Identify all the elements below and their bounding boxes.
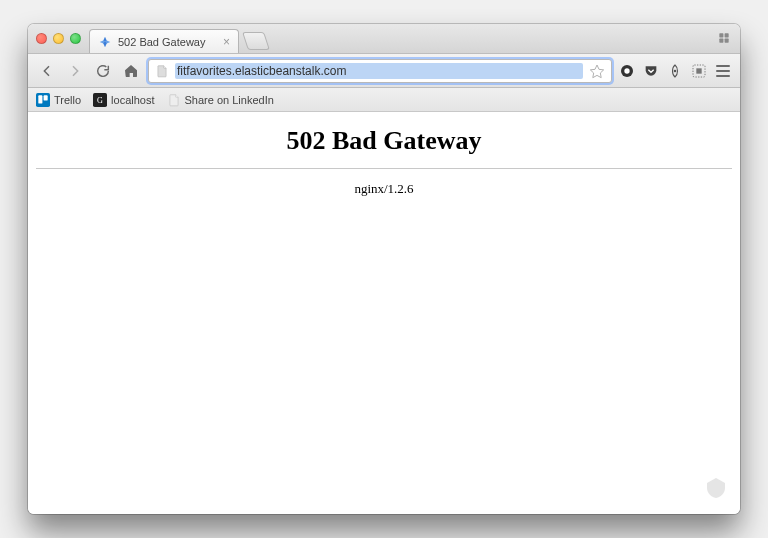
zoom-window-button[interactable] [70,33,81,44]
extension-icon-3[interactable] [666,62,684,80]
svg-rect-6 [719,39,723,43]
home-button[interactable] [120,60,142,82]
bookmark-star-icon[interactable] [589,63,605,79]
new-tab-button[interactable] [242,32,270,50]
tab-title: 502 Bad Gateway [118,36,205,48]
reload-button[interactable] [92,60,114,82]
forward-button[interactable] [64,60,86,82]
back-button[interactable] [36,60,58,82]
bookmark-label: Share on LinkedIn [185,94,274,106]
extension-icon-4[interactable] [690,62,708,80]
bookmark-localhost[interactable]: G localhost [93,93,154,107]
window-expand-icon[interactable] [716,30,732,46]
server-line: nginx/1.2.6 [28,181,740,197]
bookmark-label: localhost [111,94,154,106]
svg-rect-14 [36,93,50,107]
error-heading: 502 Bad Gateway [28,126,740,156]
chrome-menu-button[interactable] [714,62,732,80]
pocket-icon[interactable] [642,62,660,80]
svg-point-10 [624,68,629,73]
svg-rect-5 [725,33,729,37]
svg-marker-8 [590,65,603,78]
close-window-button[interactable] [36,33,47,44]
nav-toolbar: fitfavorites.elasticbeanstalk.com [28,54,740,88]
svg-rect-16 [44,95,48,100]
tab-close-icon[interactable]: × [223,35,230,49]
favicon-icon [98,35,112,49]
tab-strip: 502 Bad Gateway × [28,24,740,54]
bookmark-trello[interactable]: Trello [36,93,81,107]
divider [36,168,732,169]
window-controls [34,24,85,53]
bookmark-linkedin[interactable]: Share on LinkedIn [167,93,274,107]
minimize-window-button[interactable] [53,33,64,44]
browser-tab[interactable]: 502 Bad Gateway × [89,29,239,53]
trello-icon [36,93,50,107]
page-content: 502 Bad Gateway nginx/1.2.6 [28,112,740,514]
address-bar[interactable]: fitfavorites.elasticbeanstalk.com [148,59,612,83]
page-icon [155,64,169,78]
url-text: fitfavorites.elasticbeanstalk.com [175,63,583,79]
svg-rect-13 [696,68,701,73]
page-icon [167,93,181,107]
svg-rect-15 [38,95,42,103]
svg-text:G: G [97,95,103,104]
bookmarks-bar: Trello G localhost Share on LinkedIn [28,88,740,112]
evernote-clipper-icon[interactable] [704,476,728,504]
browser-window: 502 Bad Gateway × fitfavorites.elasticbe… [28,24,740,514]
extension-icon-1[interactable] [618,62,636,80]
localhost-icon: G [93,93,107,107]
svg-rect-4 [719,33,723,37]
svg-rect-7 [725,39,729,43]
bookmark-label: Trello [54,94,81,106]
svg-point-11 [674,69,677,72]
